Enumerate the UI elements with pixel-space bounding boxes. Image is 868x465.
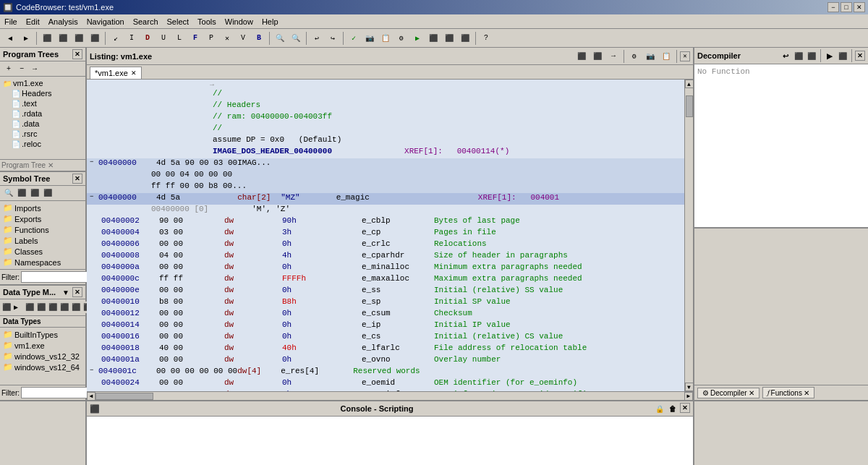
run-btn[interactable]: ▶ [410, 31, 425, 46]
pt-arrow-btn[interactable]: → [29, 63, 41, 74]
disasm-btn[interactable]: U [156, 31, 171, 46]
tree-item-headers[interactable]: 📄 Headers [1, 88, 84, 98]
menu-window[interactable]: Window [221, 16, 258, 27]
menu-navigation[interactable]: Navigation [82, 16, 129, 27]
dc-btn2[interactable]: ⬛ [793, 50, 804, 61]
b-btn[interactable]: B [252, 31, 266, 46]
tree-item-data[interactable]: 📄 .data [1, 119, 84, 129]
dc-btn3[interactable]: ⬛ [806, 50, 817, 61]
maximize-button[interactable]: □ [841, 2, 852, 12]
forward-button[interactable]: ▶ [19, 31, 33, 46]
menu-search[interactable]: Search [129, 16, 163, 27]
scroll-down-btn[interactable]: ▼ [685, 383, 694, 391]
st-btn1[interactable]: 🔍 [3, 187, 14, 199]
console-clear-btn[interactable]: 🗑 [667, 403, 678, 414]
dt-btn6[interactable]: ⬛ [59, 302, 69, 313]
symbol-tree-close[interactable]: ✕ [72, 174, 82, 184]
mem-btn[interactable]: 📋 [378, 31, 393, 46]
tree-item-text[interactable]: 📄 .text [1, 98, 84, 108]
lt-btn3[interactable]: → [606, 49, 621, 64]
decompiler-tab-decompiler[interactable]: ⚙ Decompiler ✕ [697, 388, 760, 398]
symbol-classes[interactable]: 📁 Classes [1, 246, 84, 257]
symbol-labels[interactable]: 📁 Labels [1, 235, 84, 246]
dt-btn1[interactable]: ⬛ [1, 302, 12, 313]
dc-btn4[interactable]: ▶ [824, 50, 835, 61]
dt-windows64[interactable]: 📁 windows_vs12_64 [1, 362, 84, 372]
dc-btn5[interactable]: ⬛ [837, 50, 848, 61]
stop-btn[interactable]: ⬛ [442, 31, 456, 46]
st-btn2[interactable]: ⬛ [16, 187, 27, 199]
pt-delete-btn[interactable]: − [16, 63, 27, 74]
listing-close[interactable]: ✕ [680, 51, 690, 61]
hscroll-right-btn[interactable]: ▶ [684, 392, 693, 401]
decompiler-close[interactable]: ✕ [855, 51, 865, 61]
symbol-functions[interactable]: 📁 Functions [1, 224, 84, 235]
expand-btn[interactable]: − [90, 158, 98, 166]
menu-file[interactable]: File [0, 16, 22, 27]
cfg-btn[interactable]: ⚙ [394, 31, 409, 46]
nav-btn-1[interactable]: ⬛ [40, 31, 54, 46]
console-lock-btn[interactable]: 🔒 [654, 403, 665, 414]
decompiler-tab-functions[interactable]: 𝑓 Functions ✕ [762, 387, 814, 398]
scroll-thumb[interactable] [686, 95, 693, 117]
scroll-track[interactable] [685, 88, 694, 383]
nav-btn-2[interactable]: ⬛ [56, 31, 70, 46]
listing-vscrollbar[interactable]: ▲ ▼ [684, 80, 693, 391]
search2-btn[interactable]: 🔍 [289, 31, 303, 46]
datatype-close[interactable]: ✕ [72, 287, 82, 297]
lt-btn6[interactable]: 📋 [659, 49, 673, 64]
redo-btn[interactable]: I [124, 31, 139, 46]
lt-btn4[interactable]: ⚙ [627, 49, 642, 64]
dt-btn5[interactable]: ⬛ [48, 302, 58, 313]
menu-select[interactable]: Select [163, 16, 194, 27]
console-close[interactable]: ✕ [680, 403, 690, 413]
menu-edit[interactable]: Edit [22, 16, 44, 27]
help-btn[interactable]: ? [479, 31, 493, 46]
hscroll-left-btn[interactable]: ◀ [87, 392, 95, 401]
st-btn3[interactable]: ⬛ [29, 187, 41, 199]
dc-btn1[interactable]: ↩ [780, 50, 791, 61]
nav-btn-4[interactable]: ⬛ [88, 31, 102, 46]
close-button[interactable]: ✕ [854, 2, 865, 12]
hscroll-track[interactable] [95, 392, 684, 400]
func-btn[interactable]: F [188, 31, 203, 46]
view-btn[interactable]: V [236, 31, 250, 46]
decompiler-tab-close[interactable]: ✕ [749, 389, 754, 397]
check-btn[interactable]: ✓ [346, 31, 361, 46]
hscroll-thumb[interactable] [95, 393, 153, 400]
dt-btn2[interactable]: ▶ [13, 302, 19, 313]
pt-add-btn[interactable]: + [3, 63, 14, 74]
program-trees-close[interactable]: ✕ [72, 49, 82, 59]
tree-item-reloc[interactable]: 📄 .reloc [1, 139, 84, 149]
code-line-selected[interactable]: − 00400000 4d 5a char[2] "MZ" e_magic XR… [87, 193, 684, 205]
tab-close-icon[interactable]: ✕ [131, 69, 137, 77]
expand-btn[interactable]: − [90, 193, 98, 200]
back-button[interactable]: ◀ [3, 31, 17, 46]
symbol-exports[interactable]: 📁 Exports [1, 213, 84, 224]
label-btn[interactable]: L [172, 31, 187, 46]
listing-hscrollbar[interactable]: ◀ ▶ [87, 391, 693, 400]
search-btn[interactable]: 🔍 [273, 31, 287, 46]
redo2-btn[interactable]: ↪ [326, 31, 340, 46]
tree-item-vm1exe[interactable]: 📁 vm1.exe [1, 78, 84, 88]
dt-windows32[interactable]: 📁 windows_vs12_32 [1, 351, 84, 362]
listing-content[interactable]: → // // Headers // ram: 00400000-0 [87, 80, 684, 391]
ptr-btn[interactable]: P [204, 31, 218, 46]
st-btn4[interactable]: ⬛ [42, 187, 54, 199]
symbol-namespaces[interactable]: 📁 Namespaces [1, 257, 84, 268]
lt-btn1[interactable]: ⬛ [574, 49, 589, 64]
functions-tab-close[interactable]: ✕ [804, 389, 809, 397]
nav-btn-3[interactable]: ⬛ [72, 31, 86, 46]
img-btn[interactable]: 📷 [362, 31, 377, 46]
minimize-button[interactable]: − [827, 2, 839, 12]
scroll-up-btn[interactable]: ▲ [685, 80, 694, 88]
tree-item-rsrc[interactable]: 📄 .rsrc [1, 129, 84, 139]
lt-btn5[interactable]: 📷 [643, 49, 658, 64]
menu-tools[interactable]: Tools [193, 16, 221, 27]
menu-help[interactable]: Help [258, 16, 283, 27]
dt-btn7[interactable]: ⬛ [71, 302, 81, 313]
dt-btn3[interactable]: ⬛ [25, 302, 35, 313]
menu-analysis[interactable]: Analysis [44, 16, 82, 27]
dt-arrow-btn[interactable]: ▼ [61, 287, 71, 297]
lt-btn2[interactable]: ⬛ [590, 49, 605, 64]
